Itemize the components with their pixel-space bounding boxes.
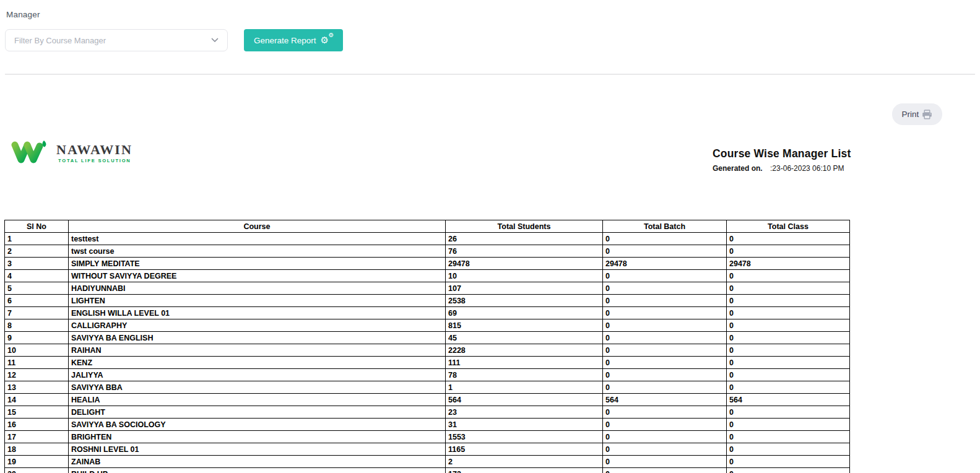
table-row: 5HADIYUNNABI10700 (5, 282, 850, 295)
table-cell: RAIHAN (69, 344, 446, 357)
table-cell: 19 (5, 456, 69, 468)
table-cell: 0 (727, 406, 850, 419)
course-manager-select[interactable]: Filter By Course Manager (5, 29, 228, 51)
table-cell: 0 (727, 431, 850, 443)
table-cell: 45 (446, 332, 603, 344)
table-cell: BUILD UP (69, 468, 446, 473)
table-cell: 1553 (446, 431, 603, 443)
table-cell: 564 (603, 394, 727, 406)
table-cell: 17 (5, 431, 69, 443)
table-row: 11KENZ11100 (5, 357, 850, 369)
table-cell: 0 (727, 233, 850, 245)
table-cell: 0 (603, 307, 727, 319)
table-cell: 564 (446, 394, 603, 406)
table-row: 7ENGLISH WILLA LEVEL 016900 (5, 307, 850, 319)
table-row: 14HEALIA564564564 (5, 394, 850, 406)
table-cell: 14 (5, 394, 69, 406)
generated-on-value: :23-06-2023 06:10 PM (770, 164, 844, 173)
table-cell: 0 (727, 307, 850, 319)
table-row: 13SAVIYYA BBA100 (5, 381, 850, 394)
table-cell: twst course (69, 245, 446, 258)
table-cell: ZAINAB (69, 456, 446, 468)
table-cell: 0 (603, 406, 727, 419)
section-divider (5, 74, 975, 75)
table-cell: 20 (5, 468, 69, 473)
table-cell: 0 (727, 443, 850, 456)
table-cell: KENZ (69, 357, 446, 369)
table-row: 4WITHOUT SAVIYYA DEGREE1000 (5, 270, 850, 282)
table-cell: ROSHNI LEVEL 01 (69, 443, 446, 456)
table-cell: 0 (603, 456, 727, 468)
table-row: 17BRIGHTEN155300 (5, 431, 850, 443)
nawawin-logo-icon (11, 139, 50, 166)
table-cell: SAVIYYA BBA (69, 381, 446, 394)
table-cell: 18 (5, 443, 69, 456)
table-cell: 2 (5, 245, 69, 258)
table-cell: 2 (446, 456, 603, 468)
generated-on-line: Generated on. :23-06-2023 06:10 PM (713, 164, 874, 173)
table-cell: 3 (5, 258, 69, 270)
logo-name: NAWAWIN (56, 143, 132, 157)
table-cell: ENGLISH WILLA LEVEL 01 (69, 307, 446, 319)
table-cell: 0 (603, 443, 727, 456)
report-title: Course Wise Manager List (713, 147, 874, 160)
course-manager-select-placeholder: Filter By Course Manager (14, 36, 106, 45)
table-cell: LIGHTEN (69, 295, 446, 307)
chevron-down-icon (211, 38, 219, 43)
table-cell: 0 (603, 357, 727, 369)
table-cell: 173 (446, 468, 603, 473)
column-header-total-students: Total Students (446, 220, 603, 233)
table-cell: 0 (727, 369, 850, 381)
table-cell: HEALIA (69, 394, 446, 406)
table-cell: 564 (727, 394, 850, 406)
table-cell: 4 (5, 270, 69, 282)
table-cell: 8 (5, 319, 69, 332)
table-cell: 0 (603, 381, 727, 394)
table-cell: 0 (727, 344, 850, 357)
print-button-label: Print (902, 110, 919, 119)
table-cell: 69 (446, 307, 603, 319)
table-cell: 11 (5, 357, 69, 369)
column-header-slno: Sl No (5, 220, 69, 233)
table-cell: 0 (727, 468, 850, 473)
table-row: 3SIMPLY MEDITATE294782947829478 (5, 258, 850, 270)
nawawin-logo: NAWAWIN TOTAL LIFE SOLUTION (11, 139, 132, 166)
table-row: 15DELIGHT2300 (5, 406, 850, 419)
table-cell: 0 (727, 381, 850, 394)
table-cell: 78 (446, 369, 603, 381)
table-cell: CALLIGRAPHY (69, 319, 446, 332)
report-table: Sl No Course Total Students Total Batch … (4, 220, 849, 473)
table-cell: testtest (69, 233, 446, 245)
table-cell: 0 (603, 431, 727, 443)
print-button[interactable]: Print (892, 103, 942, 125)
table-cell: SAVIYYA BA ENGLISH (69, 332, 446, 344)
table-row: 18ROSHNI LEVEL 01116500 (5, 443, 850, 456)
manager-filter-label: Manager (6, 10, 40, 19)
table-cell: 0 (727, 319, 850, 332)
gears-icon: ⚙⚙ (321, 35, 333, 46)
table-cell: 0 (727, 245, 850, 258)
table-cell: BRIGHTEN (69, 431, 446, 443)
table-cell: SIMPLY MEDITATE (69, 258, 446, 270)
table-cell: 10 (5, 344, 69, 357)
column-header-total-batch: Total Batch (603, 220, 727, 233)
table-cell: 111 (446, 357, 603, 369)
table-cell: 1165 (446, 443, 603, 456)
table-cell: 0 (603, 332, 727, 344)
table-cell: 16 (5, 419, 69, 431)
table-row: 20BUILD UP17300 (5, 468, 850, 473)
generate-report-button[interactable]: Generate Report ⚙⚙ (244, 29, 343, 51)
table-cell: 29478 (727, 258, 850, 270)
table-cell: 29478 (446, 258, 603, 270)
table-cell: 0 (603, 344, 727, 357)
table-cell: 0 (603, 282, 727, 295)
table-cell: 31 (446, 419, 603, 431)
table-row: 6LIGHTEN253800 (5, 295, 850, 307)
table-cell: 0 (727, 332, 850, 344)
table-cell: 0 (727, 419, 850, 431)
table-row: 8CALLIGRAPHY81500 (5, 319, 850, 332)
table-cell: 2228 (446, 344, 603, 357)
table-cell: 7 (5, 307, 69, 319)
table-cell: 0 (603, 468, 727, 473)
table-cell: 15 (5, 406, 69, 419)
